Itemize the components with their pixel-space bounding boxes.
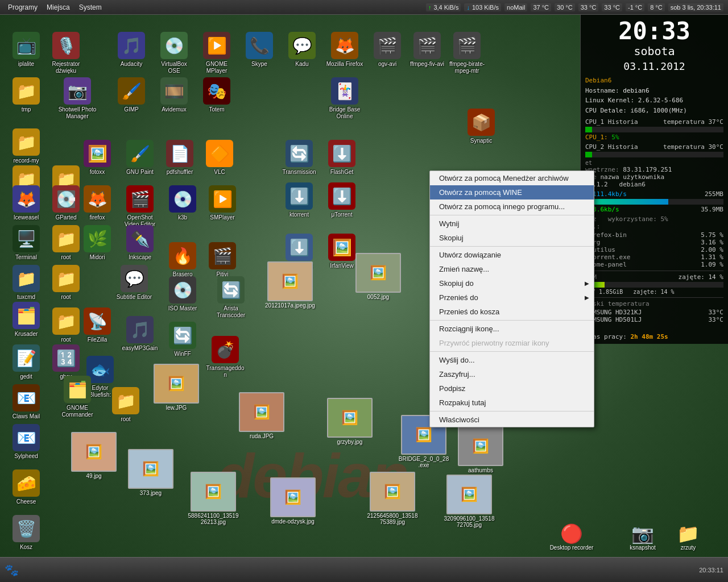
icon-ktorrent[interactable]: ⬇️ ktorrent (279, 182, 320, 219)
icon-flashget[interactable]: ⬇️ FlashGet (321, 140, 362, 176)
icon-label-flashget: FlashGet (329, 168, 355, 176)
icon-gedit[interactable]: 📝 gedit (6, 344, 47, 381)
icon-img-inkscape: ✒️ (126, 225, 154, 252)
bottom-icon-ksnapshot[interactable]: 📷ksnapshot (620, 523, 665, 551)
icon-utorrent[interactable]: ⬇️ μTorrent (321, 182, 362, 219)
icon-recordmy[interactable]: 📁 record-my (6, 128, 47, 165)
menu-miejsca[interactable]: Miejsca (43, 2, 73, 13)
icon-filezilla[interactable]: 📡 FileZilla (77, 307, 118, 344)
icon-img-gnomeplayer: ▶️ (203, 32, 230, 59)
bottom-icon-zrzuty[interactable]: 📁zrzuty (665, 523, 711, 551)
icon-terminal[interactable]: 🖥️ Terminal (6, 225, 47, 261)
context-menu-item-open-archive[interactable]: Otwórz za pomocą Menedżer archiwów (430, 171, 594, 185)
icon-shotwell[interactable]: 📷 Shotwell Photo Manager (57, 77, 98, 120)
icon-iceweasel[interactable]: 🦊 Iceweasel (6, 185, 47, 222)
icon-smplayer[interactable]: ▶️ SMPlayer (202, 185, 243, 222)
icon-clawsmail[interactable]: 📧 Claws Mail (6, 384, 47, 421)
context-menu-item-trash[interactable]: Przenieś do kosza (430, 305, 594, 319)
context-menu-item-unpack[interactable]: Rozpakuj tutaj (430, 396, 594, 410)
file-img_3209[interactable]: 🖼️ 3209096100_1351872705.jpg (444, 475, 495, 528)
icon-ogvavi[interactable]: 🎬 ogv-avi (367, 32, 408, 68)
icon-img-tmp: 📁 (13, 77, 40, 105)
icon-arista[interactable]: 🔄 Arista Transcoder (210, 276, 251, 319)
icon-tmp[interactable]: 📁 tmp (6, 77, 47, 114)
icon-gnupaint[interactable]: 🖌️ GNU Paint (119, 140, 160, 176)
icon-subtitle[interactable]: 💬 Subtitle Editor (114, 265, 155, 301)
icon-synaptic[interactable]: 📦 Synaptic (461, 109, 502, 145)
context-menu-item-resize-icon[interactable]: Rozciągnij ikonę... (430, 322, 594, 336)
context-menu-item-sign[interactable]: Podpisz (430, 381, 594, 396)
context-menu-item-send-to[interactable]: Wyślij do... (430, 353, 594, 367)
file-img_grzbyjpg[interactable]: 🖼️ grzyby.jpg (324, 398, 375, 445)
icon-krusader[interactable]: 🗂️ Krusader (6, 302, 47, 338)
icon-virtualbox[interactable]: 💿 VirtualBox OSE (154, 32, 195, 75)
menu-programy[interactable]: Programy (5, 2, 41, 13)
icon-gnomecomm[interactable]: 🗂️ GNOME Commander (57, 376, 98, 419)
context-menu-item-compress[interactable]: Zaszyfruj... (430, 367, 594, 381)
icon-vlc[interactable]: 🔶 VLC (199, 140, 240, 176)
icon-k3b[interactable]: 💿 k3b (162, 185, 203, 222)
icon-winff[interactable]: 🔄 WinFF (162, 322, 203, 358)
file-img_dmde[interactable]: 🖼️ dmde-odzysk.jpg (267, 477, 318, 525)
icon-img-tuxcmd: 📁 (13, 265, 40, 292)
icon-pdfshuffler[interactable]: 📄 pdfshuffler (159, 140, 200, 176)
file-img_49[interactable]: 🖼️ 49.jpg (68, 432, 119, 479)
icon-inkscape[interactable]: ✒️ Inkscape (119, 225, 160, 261)
icon-ffmpegbirate[interactable]: 🎬 ffmpeg-birate-mpeg-mtr (446, 32, 487, 75)
icon-fotoxx[interactable]: 🖼️ fotoxx (77, 140, 118, 176)
icon-img-iceweasel: 🦊 (13, 185, 40, 213)
icon-cheese[interactable]: 🧀 Cheese (6, 469, 47, 506)
icon-img-gnomecomm: 🗂️ (64, 376, 91, 403)
icon-transmission[interactable]: 🔄 Transmission (279, 140, 320, 176)
context-menu-item-open-other[interactable]: Otwórz za pomocą innego programu... (430, 199, 594, 214)
file-img_5886[interactable]: 🖼️ 5886241100_1351926213.jpg (188, 472, 239, 525)
icon-isomaster[interactable]: 💿 ISO Master (162, 276, 203, 313)
icon-img-openshot: 🎬 (126, 185, 154, 213)
file-img_0052[interactable]: 🖼️ 0052.jpg (353, 253, 404, 300)
context-menu-item-copy[interactable]: Skopiuj (430, 231, 594, 245)
file-aathumbs[interactable]: 🖼️ aathumbs (455, 426, 506, 473)
context-menu-item-make-link[interactable]: Utwórz dowiązanie (430, 248, 594, 262)
file-img_20121017a[interactable]: 🖼️ 20121017a.jpeg.jpg (264, 261, 316, 309)
datetime-display: sob 3 lis, 20:33:11 (668, 3, 723, 11)
icon-transmageddon[interactable]: 💣 Transmageddon (205, 336, 246, 379)
icon-root5[interactable]: 📁 root (105, 387, 146, 423)
icon-audacity[interactable]: 🎵 Audacity (111, 32, 152, 68)
context-menu-item-move-to[interactable]: Przenieś do (430, 290, 594, 305)
icon-label-virtualbox: VirtualBox OSE (154, 60, 195, 75)
icon-midori[interactable]: 🌿 Midori (77, 225, 118, 261)
icon-bridgebase[interactable]: 🃏 Bridge Base Online (324, 77, 365, 120)
icon-rejestrator[interactable]: 🎙️ Rejestrator dźwięku (46, 32, 86, 75)
file-img_rudajpg[interactable]: 🖼️ ruda.JPG (236, 392, 287, 439)
file-img_lewjpg[interactable]: 🖼️ lew.JPG (151, 364, 202, 411)
icon-ffmpegfiv[interactable]: 🎬 ffmpeg-fiv-avi (407, 32, 448, 68)
file-img_2125[interactable]: 🖼️ 2125645800_1351875389.jpg (367, 472, 418, 525)
icon-label-irfanview: IrfanView (329, 262, 355, 270)
icon-kosz[interactable]: 🗑️ Kosz (6, 515, 47, 551)
context-menu-item-rename[interactable]: Zmień nazwę... (430, 262, 594, 276)
context-menu-item-open-wine[interactable]: Otwórz za pomocą WINE (430, 185, 594, 199)
icon-gnomeplayer[interactable]: ▶️ GNOME MPlayer (196, 32, 237, 75)
icon-easymp3[interactable]: 🎵 easyMP3Gain (119, 316, 160, 352)
icon-avidemux[interactable]: 🎞️ Avidemux (154, 77, 195, 114)
icon-root3[interactable]: 📁 root (46, 265, 86, 301)
icon-sylpheed[interactable]: 📧 Sylpheed (6, 424, 47, 460)
icon-pitivi[interactable]: 🎬 Pitivi (202, 242, 243, 278)
start-button[interactable]: 🐾 (0, 563, 23, 577)
icon-skype[interactable]: 📞 Skype (239, 32, 280, 68)
icon-totem[interactable]: 🎭 Totem (196, 77, 237, 114)
icon-gimp[interactable]: 🖌️ GIMP (111, 77, 152, 114)
bottom-icon-desktop-recorder[interactable]: 🔴Desktop recorder (549, 523, 594, 551)
icon-openshot[interactable]: 🎬 OpenShot Video Editor (119, 185, 160, 228)
context-menu-item-properties[interactable]: Właściwości (430, 413, 594, 427)
icon-firefox[interactable]: 🦊 Mozilla Firefox (324, 32, 365, 68)
context-menu-item-copy-to[interactable]: Skopiuj do (430, 276, 594, 290)
file-img_373[interactable]: 🖼️ 373.jpeg (125, 449, 176, 496)
context-menu-item-extract[interactable]: Wytnij (430, 217, 594, 231)
icon-brasero[interactable]: 🔥 Brasero (162, 242, 203, 278)
icon-firefox2[interactable]: 🦊 firefox (77, 185, 118, 222)
icon-kadu[interactable]: 💬 Kadu (282, 32, 322, 68)
icon-iplalite[interactable]: 📺 iplalite (6, 32, 47, 68)
menu-system[interactable]: System (76, 2, 105, 13)
icon-tuxcmd[interactable]: 📁 tuxcmd (6, 265, 47, 301)
